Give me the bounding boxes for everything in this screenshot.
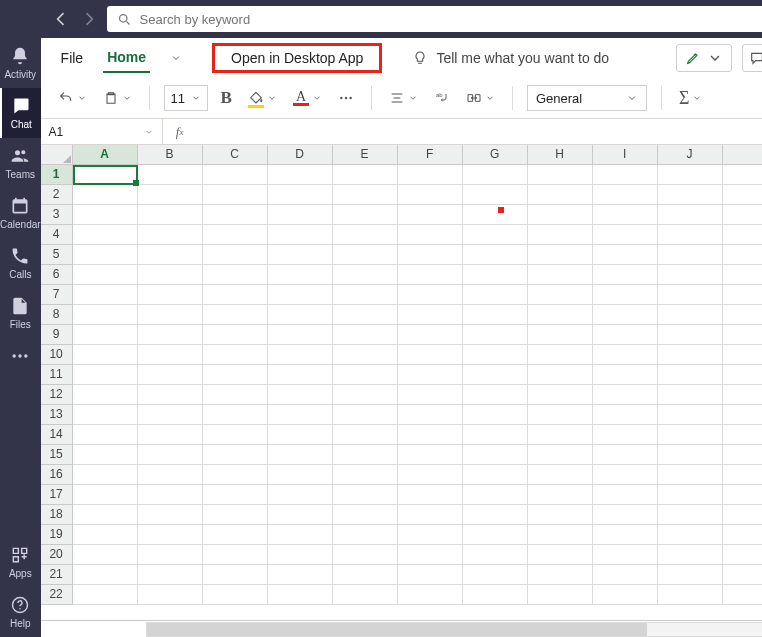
cell[interactable] (593, 345, 658, 365)
cell[interactable] (203, 345, 268, 365)
cell[interactable] (73, 465, 138, 485)
cell[interactable] (723, 225, 762, 245)
cell[interactable] (398, 485, 463, 505)
cell[interactable] (73, 505, 138, 525)
cell[interactable] (138, 365, 203, 385)
cell[interactable] (333, 425, 398, 445)
cell[interactable] (463, 185, 528, 205)
comments-button[interactable] (742, 44, 762, 72)
cell[interactable] (203, 425, 268, 445)
tab-file[interactable]: File (57, 44, 88, 72)
rail-item-more[interactable] (0, 338, 41, 374)
cell[interactable] (203, 225, 268, 245)
cell[interactable] (268, 465, 333, 485)
formula-input[interactable] (197, 125, 762, 139)
row-header-11[interactable]: 11 (41, 365, 73, 385)
row-header-8[interactable]: 8 (41, 305, 73, 325)
cell[interactable] (463, 305, 528, 325)
cell[interactable] (268, 345, 333, 365)
cell[interactable] (528, 285, 593, 305)
cell[interactable] (658, 385, 723, 405)
col-header-C[interactable]: C (203, 145, 268, 165)
cell[interactable] (593, 445, 658, 465)
cell[interactable] (723, 265, 762, 285)
cell[interactable] (723, 185, 762, 205)
cell[interactable] (268, 225, 333, 245)
cell[interactable] (723, 285, 762, 305)
cell[interactable] (723, 525, 762, 545)
spreadsheet-grid[interactable]: ABCDEFGHIJ 12345678910111213141516171819… (41, 145, 762, 637)
cell[interactable] (723, 385, 762, 405)
cell[interactable] (333, 285, 398, 305)
cell[interactable] (398, 505, 463, 525)
cell[interactable] (398, 265, 463, 285)
cell[interactable] (723, 205, 762, 225)
cell[interactable] (333, 565, 398, 585)
row-header-6[interactable]: 6 (41, 265, 73, 285)
cell[interactable] (73, 345, 138, 365)
cell[interactable] (268, 185, 333, 205)
cell[interactable] (658, 185, 723, 205)
cell[interactable] (398, 285, 463, 305)
cell[interactable] (658, 205, 723, 225)
cell[interactable] (658, 425, 723, 445)
cell[interactable] (73, 245, 138, 265)
col-header-G[interactable]: G (463, 145, 528, 165)
cell[interactable] (658, 565, 723, 585)
cell[interactable] (138, 385, 203, 405)
row-header-15[interactable]: 15 (41, 445, 73, 465)
cell[interactable] (203, 565, 268, 585)
cell[interactable] (528, 345, 593, 365)
cell[interactable] (463, 325, 528, 345)
cell[interactable] (203, 385, 268, 405)
cell[interactable] (333, 325, 398, 345)
rail-item-chat[interactable]: Chat (0, 88, 41, 138)
cell[interactable] (203, 405, 268, 425)
cell[interactable] (658, 545, 723, 565)
cell[interactable] (138, 445, 203, 465)
cell[interactable] (398, 345, 463, 365)
cell[interactable] (73, 585, 138, 605)
cell[interactable] (398, 565, 463, 585)
cell[interactable] (333, 225, 398, 245)
cell[interactable] (73, 545, 138, 565)
row-header-3[interactable]: 3 (41, 205, 73, 225)
row-header-1[interactable]: 1 (41, 165, 73, 185)
cell[interactable] (203, 325, 268, 345)
cell[interactable] (528, 245, 593, 265)
cell[interactable] (398, 425, 463, 445)
cell[interactable] (463, 265, 528, 285)
cell[interactable] (333, 465, 398, 485)
cell[interactable] (528, 385, 593, 405)
cell[interactable] (138, 565, 203, 585)
cell[interactable] (73, 285, 138, 305)
cell[interactable] (138, 285, 203, 305)
tell-me-box[interactable]: Tell me what you want to do (412, 50, 609, 66)
cell[interactable] (723, 365, 762, 385)
cell[interactable] (268, 365, 333, 385)
cell[interactable] (658, 245, 723, 265)
align-button[interactable] (386, 88, 421, 108)
cell[interactable] (73, 405, 138, 425)
cell[interactable] (723, 325, 762, 345)
font-size-select[interactable]: 11 (164, 85, 208, 111)
cell[interactable] (73, 425, 138, 445)
cell[interactable] (268, 205, 333, 225)
row-header-22[interactable]: 22 (41, 585, 73, 605)
rail-item-calendar[interactable]: Calendar (0, 188, 41, 238)
cell[interactable] (658, 265, 723, 285)
cell[interactable] (203, 285, 268, 305)
search-box[interactable] (107, 6, 762, 32)
cell[interactable] (593, 205, 658, 225)
cell[interactable] (268, 305, 333, 325)
cell[interactable] (398, 525, 463, 545)
cell[interactable] (528, 525, 593, 545)
cell[interactable] (463, 465, 528, 485)
cell[interactable] (463, 345, 528, 365)
cell[interactable] (398, 465, 463, 485)
font-color-button[interactable]: A (290, 88, 325, 108)
search-input[interactable] (140, 12, 762, 27)
col-header-I[interactable]: I (593, 145, 658, 165)
cell[interactable] (333, 445, 398, 465)
cell[interactable] (723, 445, 762, 465)
